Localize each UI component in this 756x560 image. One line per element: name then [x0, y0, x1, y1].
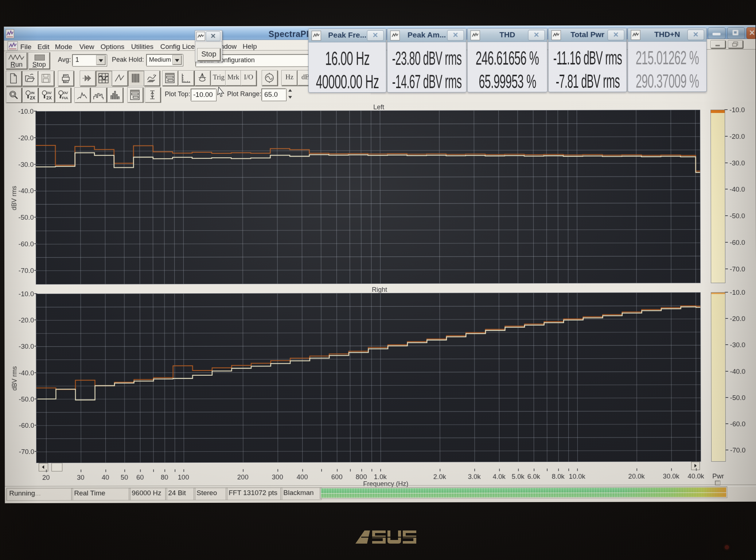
svg-text:2X: 2X: [30, 95, 35, 101]
svg-text:IN: IN: [31, 91, 35, 95]
svg-text:OUT: OUT: [63, 91, 68, 95]
svg-text:2X: 2X: [46, 95, 52, 101]
svg-text:OUT: OUT: [47, 91, 52, 95]
svg-text:FULL: FULL: [62, 96, 68, 100]
